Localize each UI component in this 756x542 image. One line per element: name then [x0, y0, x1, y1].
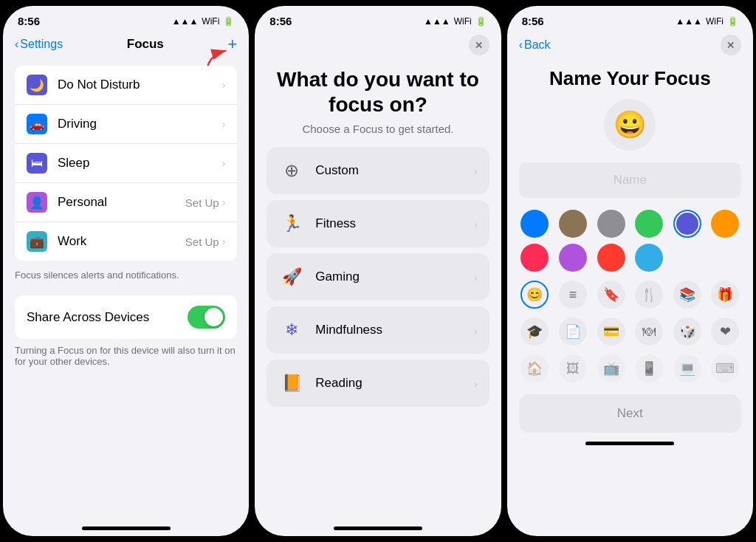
focus-title: Focus	[127, 37, 164, 52]
driving-label: Driving	[58, 117, 222, 131]
wifi-icon-3: WiFi	[706, 16, 724, 27]
nav-bar-1: ‹ Settings Focus +	[3, 32, 249, 60]
status-bar-2: 8:56 ▲▲▲ WiFi 🔋	[255, 6, 501, 32]
mindfulness-label: Mindfulness	[315, 323, 473, 337]
focus-name-input[interactable]: Name	[519, 162, 741, 198]
personal-label: Personal	[58, 195, 185, 210]
tablet-icon[interactable]: 📱	[635, 354, 663, 383]
time-2: 8:56	[269, 15, 292, 27]
next-button[interactable]: Next	[519, 394, 741, 433]
driving-icon: 🚗	[27, 114, 47, 134]
color-purple-selected[interactable]	[673, 210, 701, 238]
custom-chevron: ›	[474, 165, 478, 177]
do-not-disturb-item[interactable]: 🌙 Do Not Disturb ›	[15, 66, 237, 105]
icon-picker-row2: 🎓 📄 💳 🍽 🎲 ❤	[507, 315, 753, 351]
focus-footer-note: Focus silences alerts and notifications.	[3, 267, 249, 289]
health-icon[interactable]: ❤	[711, 318, 739, 346]
fork-icon[interactable]: 🍴	[635, 281, 663, 309]
home-indicator-1	[82, 526, 171, 530]
home-indicator-3	[585, 442, 674, 445]
color-brown[interactable]	[559, 210, 587, 238]
card-icon[interactable]: 💳	[597, 318, 625, 346]
color-lavender[interactable]	[559, 244, 587, 272]
fitness-label: Fitness	[315, 216, 473, 231]
work-setup-label: Set Up	[185, 236, 219, 248]
dining-icon[interactable]: 🍽	[635, 318, 663, 346]
driving-item[interactable]: 🚗 Driving ›	[15, 105, 237, 144]
focus-options-list: ⊕ Custom › 🏃 Fitness › 🚀 Gaming › ❄ Mind…	[255, 147, 501, 521]
mindfulness-icon: ❄	[278, 317, 305, 343]
list-icon[interactable]: ≡	[559, 281, 587, 309]
reading-label: Reading	[315, 376, 473, 391]
color-blue[interactable]	[520, 210, 549, 238]
game-icon[interactable]: 🎲	[673, 318, 701, 346]
focus-list: 🌙 Do Not Disturb › 🚗 Driving › 🛏 Sleep ›…	[15, 66, 237, 261]
back-button-3[interactable]: ‹ Back	[519, 38, 551, 52]
color-green[interactable]	[635, 210, 663, 238]
sleep-chevron: ›	[222, 157, 226, 169]
chevron-back-icon: ‹	[15, 38, 18, 51]
dnd-chevron: ›	[222, 79, 226, 91]
personal-item[interactable]: 👤 Personal Set Up ›	[15, 183, 237, 222]
color-gray[interactable]	[597, 210, 625, 238]
extra-icon[interactable]: ⌨	[711, 354, 739, 383]
work-icon: 💼	[27, 231, 47, 252]
screen-icon[interactable]: 📺	[597, 354, 625, 383]
personal-chevron: ›	[222, 196, 226, 208]
photo-icon[interactable]: 🖼	[559, 354, 587, 383]
gaming-focus-item[interactable]: 🚀 Gaming ›	[267, 253, 489, 301]
personal-setup-label: Set Up	[185, 196, 219, 209]
share-label: Share Across Devices	[27, 310, 149, 325]
nav-bar-2: ✕	[255, 32, 501, 61]
gaming-icon: 🚀	[278, 264, 305, 290]
focus-emoji-selector[interactable]: 😀	[604, 99, 656, 151]
document-icon[interactable]: 📄	[559, 318, 587, 346]
add-focus-button[interactable]: +	[227, 35, 237, 54]
battery-icon-3: 🔋	[727, 16, 738, 27]
emoji-icon-selected[interactable]: 😊	[520, 281, 549, 309]
graduation-icon[interactable]: 🎓	[520, 318, 549, 346]
color-pink[interactable]	[520, 244, 549, 272]
back-label-3: Back	[524, 38, 551, 52]
battery-icon: 🔋	[223, 16, 234, 27]
home-icon[interactable]: 🏠	[520, 354, 549, 383]
icon-picker-row3: 🏠 🖼 📺 📱 💻 ⌨	[507, 351, 753, 388]
work-item[interactable]: 💼 Work Set Up ›	[15, 222, 237, 261]
bookmark-icon[interactable]: 🔖	[597, 281, 625, 309]
reading-focus-item[interactable]: 📙 Reading ›	[267, 360, 489, 407]
settings-back-button[interactable]: ‹ Settings	[15, 38, 63, 51]
phone-2: 8:56 ▲▲▲ WiFi 🔋 ✕ What do you want to fo…	[255, 6, 501, 536]
mindfulness-chevron: ›	[474, 324, 478, 337]
share-toggle[interactable]	[188, 306, 225, 329]
books-icon[interactable]: 📚	[673, 281, 701, 309]
wifi-icon: WiFi	[202, 16, 219, 27]
close-button-2[interactable]: ✕	[469, 35, 489, 55]
reading-chevron: ›	[474, 377, 478, 390]
fitness-chevron: ›	[474, 218, 478, 230]
sleep-label: Sleep	[58, 156, 222, 171]
dnd-icon: 🌙	[27, 75, 47, 95]
custom-label: Custom	[315, 163, 473, 178]
color-orange[interactable]	[711, 210, 739, 238]
fitness-focus-item[interactable]: 🏃 Fitness ›	[267, 200, 489, 247]
focus-subtitle: Choose a Focus to get started.	[255, 120, 501, 147]
signal-icon: ▲▲▲	[172, 16, 199, 27]
nav-bar-3: ‹ Back ✕	[507, 32, 753, 61]
name-your-focus-title: Name Your Focus	[507, 61, 753, 99]
color-red[interactable]	[597, 244, 625, 272]
status-bar-3: 8:56 ▲▲▲ WiFi 🔋	[507, 6, 753, 32]
gaming-label: Gaming	[315, 270, 473, 284]
custom-icon: ⊕	[278, 157, 305, 184]
custom-focus-item[interactable]: ⊕ Custom ›	[267, 147, 489, 194]
wifi-icon-2: WiFi	[454, 16, 472, 27]
phone-3: 8:56 ▲▲▲ WiFi 🔋 ‹ Back ✕ Name Your Focus…	[507, 6, 753, 536]
focus-question-title: What do you want to focus on?	[255, 61, 501, 120]
close-button-3[interactable]: ✕	[721, 35, 741, 55]
mindfulness-focus-item[interactable]: ❄ Mindfulness ›	[267, 306, 489, 354]
color-teal[interactable]	[635, 244, 663, 272]
laptop-icon[interactable]: 💻	[673, 354, 701, 383]
driving-chevron: ›	[222, 118, 226, 130]
sleep-item[interactable]: 🛏 Sleep ›	[15, 144, 237, 183]
signal-icon-3: ▲▲▲	[676, 16, 702, 27]
gift-icon[interactable]: 🎁	[711, 281, 739, 309]
